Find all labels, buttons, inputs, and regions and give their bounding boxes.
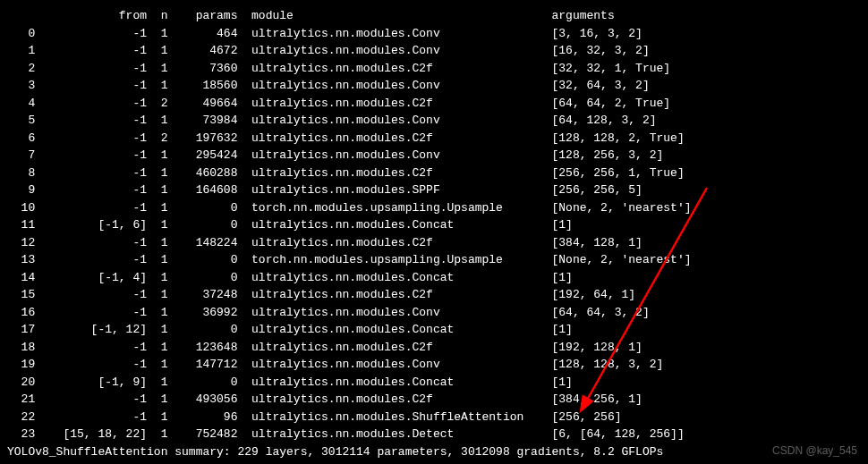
terminal-output: from n params module arguments 0 -1 1 46… — [7, 7, 861, 460]
table-row: 9 -1 1 164608 ultralytics.nn.modules.SPP… — [7, 181, 861, 199]
table-row: 17 [-1, 12] 1 0 ultralytics.nn.modules.C… — [7, 321, 861, 339]
table-row: 5 -1 1 73984 ultralytics.nn.modules.Conv… — [7, 112, 861, 130]
table-row: 16 -1 1 36992 ultralytics.nn.modules.Con… — [7, 304, 861, 322]
table-header: from n params module arguments — [7, 7, 861, 25]
table-row: 22 -1 1 96 ultralytics.nn.modules.Shuffl… — [7, 409, 861, 426]
table-row: 0 -1 1 464 ultralytics.nn.modules.Conv [… — [7, 25, 861, 43]
table-row: 11 [-1, 6] 1 0 ultralytics.nn.modules.Co… — [7, 216, 861, 234]
table-row: 18 -1 1 123648 ultralytics.nn.modules.C2… — [7, 339, 861, 357]
table-row: 7 -1 1 295424 ultralytics.nn.modules.Con… — [7, 147, 861, 165]
table-row: 3 -1 1 18560 ultralytics.nn.modules.Conv… — [7, 77, 861, 95]
table-row: 2 -1 1 7360 ultralytics.nn.modules.C2f [… — [7, 60, 861, 78]
table-row: 21 -1 1 493056 ultralytics.nn.modules.C2… — [7, 391, 861, 409]
table-row: 23 [15, 18, 22] 1 752482 ultralytics.nn.… — [7, 426, 861, 443]
table-row: 19 -1 1 147712 ultralytics.nn.modules.Co… — [7, 356, 861, 374]
table-row: 6 -1 2 197632 ultralytics.nn.modules.C2f… — [7, 130, 861, 148]
table-row: 14 [-1, 4] 1 0 ultralytics.nn.modules.Co… — [7, 269, 861, 287]
table-row: 10 -1 1 0 torch.nn.modules.upsampling.Up… — [7, 199, 861, 217]
table-row: 1 -1 1 4672 ultralytics.nn.modules.Conv … — [7, 42, 861, 60]
watermark: CSDN @kay_545 — [772, 443, 857, 459]
table-row: 20 [-1, 9] 1 0 ultralytics.nn.modules.Co… — [7, 374, 861, 392]
table-row: 12 -1 1 148224 ultralytics.nn.modules.C2… — [7, 234, 861, 252]
table-row: 13 -1 1 0 torch.nn.modules.upsampling.Up… — [7, 251, 861, 269]
table-row: 15 -1 1 37248 ultralytics.nn.modules.C2f… — [7, 286, 861, 304]
table-row: 4 -1 2 49664 ultralytics.nn.modules.C2f … — [7, 95, 861, 113]
table-row: 8 -1 1 460288 ultralytics.nn.modules.C2f… — [7, 165, 861, 182]
summary-line: YOLOv8_ShuffleAttention summary: 229 lay… — [7, 443, 861, 461]
